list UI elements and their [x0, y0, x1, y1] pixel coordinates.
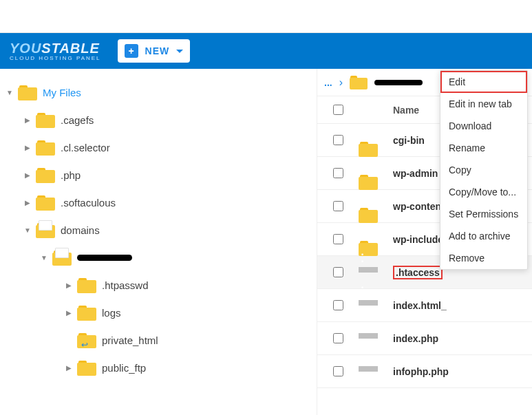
ctx-set-permissions[interactable]: Set Permissions [440, 203, 527, 225]
ctx-edit[interactable]: Edit [440, 71, 527, 93]
file-row[interactable]: • • •infophp.php [317, 355, 532, 388]
folder-icon [77, 277, 98, 293]
header-bar: YOUSTABLE CLOUD HOSTING PANEL + NEW [0, 33, 532, 69]
row-checkbox[interactable] [333, 366, 343, 376]
ctx-remove[interactable]: Remove [440, 247, 527, 269]
ctx-copy[interactable]: Copy [440, 159, 527, 181]
tree-item-htpasswd[interactable]: .htpasswd [6, 271, 311, 299]
chevron-right-icon[interactable] [23, 198, 32, 207]
tree-item-softaculous[interactable]: .softaculous [6, 189, 311, 216]
row-checkbox[interactable] [333, 168, 343, 178]
new-button-label: NEW [145, 45, 170, 56]
folder-icon [36, 139, 56, 156]
chevron-right-icon[interactable] [23, 142, 32, 152]
tree-item-domain-redacted[interactable] [6, 244, 311, 271]
ctx-add-archive[interactable]: Add to archive [440, 225, 527, 247]
folder-icon [77, 359, 98, 376]
file-name: index.php [393, 333, 532, 344]
ctx-edit-new-tab[interactable]: Edit in new tab [440, 93, 527, 115]
tree-item-label: .cl.selector [61, 142, 110, 153]
chevron-right-icon[interactable] [65, 308, 73, 317]
chevron-right-icon[interactable] [23, 115, 32, 125]
logo: YOUSTABLE CLOUD HOSTING PANEL [10, 41, 101, 61]
content-pane: ... › Name cgi-binwp-adminwp-contentwp-i… [317, 69, 532, 415]
plus-icon: + [125, 44, 138, 58]
chevron-right-icon[interactable] [23, 170, 32, 180]
file-name: infophp.php [393, 366, 532, 377]
folder-icon[interactable] [350, 76, 368, 89]
caret-down-icon [176, 50, 183, 53]
ctx-rename[interactable]: Rename [440, 137, 527, 159]
redacted-text [77, 255, 132, 261]
context-menu: Edit Edit in new tab Download Rename Cop… [440, 70, 528, 270]
tree-item-logs[interactable]: logs [6, 299, 311, 326]
ctx-copy-move[interactable]: Copy/Move to... [440, 181, 527, 203]
row-checkbox[interactable] [333, 267, 343, 277]
tree-item-clselector[interactable]: .cl.selector [6, 134, 311, 161]
highlighted-name: .htaccess [393, 266, 443, 279]
tree-root[interactable]: My Files [6, 78, 311, 106]
redacted-text [374, 80, 423, 85]
chevron-down-icon[interactable] [23, 225, 32, 235]
sidebar: My Files .cagefs .cl.selector .php .soft… [0, 69, 317, 415]
chevron-right-icon[interactable] [65, 280, 73, 290]
select-all-checkbox[interactable] [333, 105, 343, 115]
folder-icon [36, 194, 56, 211]
logo-stable: STABLE [41, 41, 100, 56]
logo-you: YOU [10, 41, 41, 56]
ctx-download[interactable]: Download [440, 115, 527, 137]
row-checkbox[interactable] [333, 333, 343, 343]
tree-item-php[interactable]: .php [6, 161, 311, 189]
folder-icon [36, 222, 56, 238]
tree-item-label: .softaculous [61, 197, 116, 209]
tree-item-private-html[interactable]: ↩ private_html [6, 326, 311, 354]
row-checkbox[interactable] [333, 201, 343, 211]
tree-item-label: domains [61, 224, 100, 236]
folder-shortcut-icon: ↩ [77, 332, 98, 348]
file-name: index.html_ [393, 300, 532, 311]
chevron-right-icon[interactable] [65, 363, 73, 372]
row-checkbox[interactable] [333, 234, 343, 244]
folder-icon [18, 84, 39, 100]
logo-subtitle: CLOUD HOSTING PANEL [10, 55, 101, 61]
folder-icon [52, 249, 73, 266]
row-checkbox[interactable] [333, 135, 343, 145]
tree-item-label: .php [61, 169, 81, 181]
tree-item-label: .cagefs [61, 114, 94, 126]
folder-icon [77, 304, 98, 321]
main-area: My Files .cagefs .cl.selector .php .soft… [0, 69, 532, 415]
tree-item-label: private_html [102, 334, 158, 346]
breadcrumb-ellipsis[interactable]: ... [324, 77, 332, 88]
chevron-down-icon[interactable] [6, 87, 14, 97]
tree-item-label: public_ftp [102, 362, 146, 374]
chevron-down-icon[interactable] [40, 253, 48, 262]
chevron-right-icon: › [339, 76, 343, 89]
tree-item-cagefs[interactable]: .cagefs [6, 106, 311, 134]
file-row[interactable]: • • •index.html_ [317, 289, 532, 322]
tree-root-label: My Files [43, 87, 81, 98]
folder-icon [36, 167, 56, 183]
folder-icon [36, 111, 56, 128]
logo-main: YOUSTABLE [10, 41, 101, 56]
top-gap [0, 0, 532, 33]
new-button[interactable]: + NEW [118, 39, 191, 63]
tree-item-label: .htpasswd [102, 279, 149, 291]
tree-item-label: logs [102, 307, 121, 319]
tree-item-domains[interactable]: domains [6, 216, 311, 244]
row-checkbox[interactable] [333, 300, 343, 310]
file-row[interactable]: • • •index.php [317, 322, 532, 355]
tree-item-public-ftp[interactable]: public_ftp [6, 354, 311, 381]
